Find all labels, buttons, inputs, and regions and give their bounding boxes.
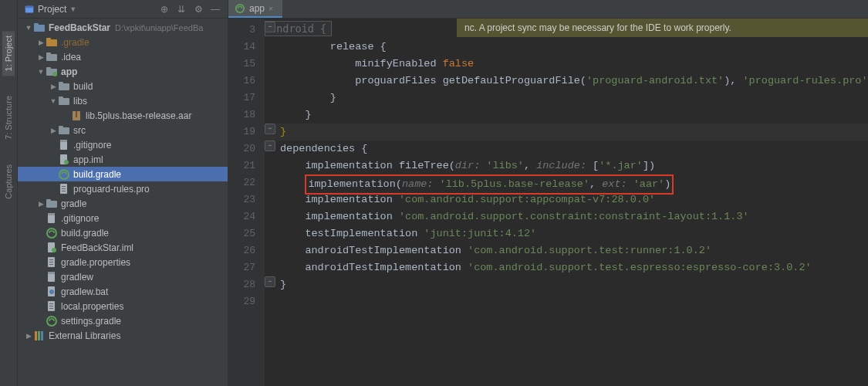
tree-label: libs: [73, 96, 87, 107]
line-number[interactable]: 15: [228, 56, 265, 73]
tree-item[interactable]: app.iml: [18, 152, 228, 167]
line-number[interactable]: 27: [228, 259, 265, 276]
line-number[interactable]: 18: [228, 107, 265, 124]
tree-item[interactable]: FeedBackStar.iml: [18, 240, 228, 255]
tree-item[interactable]: proguard-rules.pro: [18, 181, 228, 196]
tool-project[interactable]: 1: Project: [2, 31, 15, 76]
editor-content[interactable]: 314151617181920212223242526272829 androi…: [228, 19, 868, 386]
line-number[interactable]: 14: [228, 39, 265, 56]
fold-button[interactable]: −: [265, 141, 275, 151]
tool-structure[interactable]: 7: Structure: [2, 91, 15, 144]
folder-gray-icon: [58, 80, 70, 93]
folder-gray-icon: [58, 124, 70, 137]
tree-arrow-icon[interactable]: ▶: [36, 53, 46, 61]
line-number[interactable]: 22: [228, 174, 265, 191]
svg-rect-25: [62, 186, 66, 187]
svg-rect-29: [46, 199, 51, 201]
panel-title[interactable]: Project ▼: [24, 4, 76, 15]
tree-item[interactable]: build.gradle: [18, 225, 228, 240]
line-number[interactable]: 16: [228, 73, 265, 90]
tree-arrow-icon[interactable]: ▶: [24, 332, 33, 340]
sync-notice[interactable]: nc. A project sync may be necessary for …: [457, 19, 868, 37]
tree-item[interactable]: ▶src: [18, 123, 228, 137]
svg-point-34: [52, 248, 56, 252]
tree-arrow-icon[interactable]: ▼: [36, 68, 46, 76]
tree-arrow-icon[interactable]: ▼: [24, 24, 33, 32]
tab-label: app: [249, 3, 265, 14]
tree-item[interactable]: settings.gradle: [18, 313, 228, 328]
fold-button[interactable]: −: [265, 22, 275, 32]
tree-arrow-icon[interactable]: ▶: [36, 39, 46, 46]
tree-label: .idea: [61, 52, 81, 63]
file-icon: [58, 139, 70, 151]
svg-rect-9: [46, 67, 51, 69]
tree-item[interactable]: .gitignore: [18, 211, 228, 225]
tree-item[interactable]: ▶gradle: [18, 196, 228, 211]
tree-arrow-icon[interactable]: ▼: [49, 97, 58, 105]
line-number[interactable]: 21: [228, 157, 265, 174]
tree-item[interactable]: gradlew: [18, 269, 228, 284]
line-number[interactable]: 25: [228, 225, 265, 242]
line-number[interactable]: 28: [228, 276, 265, 293]
svg-rect-11: [59, 83, 69, 90]
folder-gray-icon: [46, 51, 58, 63]
tree-item[interactable]: ▶.idea: [18, 49, 228, 64]
svg-point-42: [49, 290, 54, 294]
tree-item[interactable]: lib.5plus.base-release.aar: [18, 108, 228, 123]
line-number[interactable]: 29: [228, 293, 265, 310]
svg-rect-6: [46, 54, 57, 61]
tree-item[interactable]: ▼app: [18, 64, 228, 79]
line-number[interactable]: 20: [228, 141, 265, 157]
tab-app[interactable]: app ×: [228, 0, 282, 18]
tree-label: settings.gradle: [61, 316, 121, 327]
svg-rect-50: [41, 331, 43, 340]
tree-arrow-icon[interactable]: ▶: [49, 127, 58, 134]
proguard-icon: [46, 300, 58, 313]
fold-button[interactable]: −: [265, 276, 275, 287]
project-icon: [33, 22, 46, 34]
settings-icon[interactable]: ⚙: [192, 3, 204, 15]
tree-item[interactable]: local.properties: [18, 299, 228, 313]
tree-label: .gitignore: [61, 213, 99, 224]
svg-rect-37: [49, 262, 53, 262]
line-number[interactable]: 19: [228, 124, 265, 141]
line-number[interactable]: 24: [228, 208, 265, 225]
svg-rect-36: [49, 259, 53, 260]
line-number[interactable]: 26: [228, 242, 265, 259]
tree-arrow-icon[interactable]: ▶: [49, 83, 58, 90]
gradle-icon: [46, 315, 58, 327]
project-tree[interactable]: ▼FeedBackStarD:\xpkit\uniapp\FeedBa▶.gra…: [18, 19, 228, 386]
tree-label: proguard-rules.pro: [73, 184, 150, 195]
tool-captures[interactable]: Captures: [2, 160, 15, 204]
line-number[interactable]: 23: [228, 191, 265, 208]
tree-item[interactable]: ▶build: [18, 79, 228, 93]
code-view[interactable]: android { −android { release { minifyEna…: [265, 19, 868, 386]
tree-item[interactable]: ▼libs: [18, 93, 228, 108]
tree-arrow-icon[interactable]: ▶: [36, 200, 46, 208]
fold-button[interactable]: −: [265, 124, 275, 134]
close-icon[interactable]: ×: [269, 5, 276, 12]
line-number[interactable]: 3: [228, 22, 265, 39]
scroll-to-source-icon[interactable]: ⊕: [158, 3, 171, 15]
tree-item[interactable]: ▼FeedBackStarD:\xpkit\uniapp\FeedBa: [18, 20, 228, 35]
collapse-all-icon[interactable]: ⇊: [175, 3, 187, 15]
line-number[interactable]: 17: [228, 90, 265, 107]
archive-icon: [70, 110, 83, 122]
gradle-icon: [46, 227, 58, 239]
iml-icon: [58, 154, 70, 166]
svg-rect-27: [62, 191, 66, 191]
tree-item[interactable]: build.gradle: [18, 167, 228, 181]
hide-icon[interactable]: —: [209, 3, 221, 15]
tree-item[interactable]: ▶.gradle: [18, 35, 228, 49]
tree-label: gradlew.bat: [61, 286, 108, 297]
gradle-tab-icon: [235, 3, 245, 14]
tree-label: gradlew: [61, 272, 93, 283]
file-icon: [46, 271, 58, 283]
tree-item[interactable]: ▶External Libraries: [18, 328, 228, 343]
proguard-icon: [58, 183, 70, 195]
tree-item[interactable]: .gitignore: [18, 137, 228, 152]
tree-item[interactable]: gradlew.bat: [18, 284, 228, 299]
tree-item[interactable]: gradle.properties: [18, 255, 228, 269]
svg-rect-14: [59, 96, 63, 99]
editor-area: app × nc. A project sync may be necessar…: [228, 0, 868, 386]
